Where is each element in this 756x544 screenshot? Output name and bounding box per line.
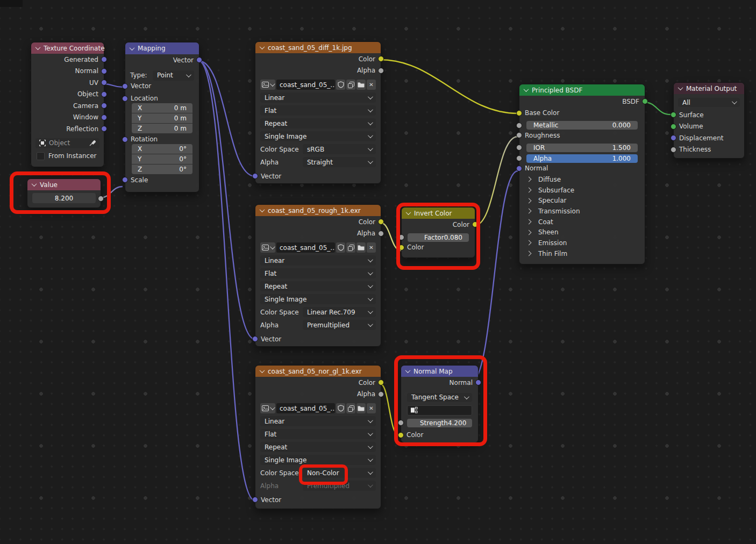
collapse-icon[interactable] — [405, 368, 411, 373]
socket-displacement-input[interactable] — [671, 135, 676, 141]
socket-color-input[interactable] — [398, 432, 404, 438]
alpha-mode-dropdown[interactable]: Premultiplied — [303, 481, 376, 491]
object-picker-field[interactable]: Object — [35, 138, 99, 148]
collapse-icon[interactable] — [260, 368, 265, 373]
socket-alpha-output[interactable] — [378, 68, 384, 74]
node-header[interactable]: Texture Coordinate — [31, 42, 104, 54]
panel-diffuse[interactable]: Diffuse — [519, 174, 645, 185]
fake-user-button[interactable] — [336, 403, 345, 413]
duplicate-button[interactable] — [346, 80, 355, 90]
extension-dropdown[interactable]: Repeat — [260, 118, 376, 128]
ior-slider[interactable]: IOR1.500 — [526, 144, 638, 152]
node-header[interactable]: coast_sand_05_diff_1k.jpg — [255, 42, 381, 53]
node-texture-coordinate[interactable]: Texture Coordinate Generated Normal UV O… — [31, 42, 104, 167]
node-header[interactable]: coast_sand_05_nor_gl_1k.exr — [255, 366, 381, 377]
projection-dropdown[interactable]: Flat — [260, 429, 376, 439]
mapping-type-dropdown[interactable]: Point — [153, 70, 194, 81]
collapse-icon[interactable] — [260, 44, 265, 49]
socket-alpha-output[interactable] — [378, 231, 384, 237]
socket-ior-input[interactable] — [516, 145, 522, 151]
socket-normal-input[interactable] — [516, 166, 522, 171]
socket-rotation-input[interactable] — [122, 137, 128, 142]
socket-object-output[interactable] — [101, 91, 107, 97]
node-mapping[interactable]: Mapping Vector Type: Point Vector Locati… — [125, 42, 199, 192]
socket-metallic-input[interactable] — [516, 123, 522, 128]
collapse-icon[interactable] — [32, 181, 37, 187]
socket-vector-input[interactable] — [252, 336, 258, 342]
eyedropper-icon[interactable] — [89, 140, 96, 146]
socket-surface-input[interactable] — [671, 112, 676, 118]
socket-factor-input[interactable] — [398, 234, 404, 240]
uv-map-field[interactable] — [407, 405, 472, 416]
metallic-slider[interactable]: Metallic0.000 — [526, 121, 638, 130]
collapse-icon[interactable] — [35, 45, 41, 50]
duplicate-button[interactable] — [346, 403, 355, 413]
socket-vector-input[interactable] — [122, 83, 128, 89]
source-dropdown[interactable]: Single Image — [260, 131, 376, 141]
socket-normal-output[interactable] — [101, 68, 107, 74]
projection-dropdown[interactable]: Flat — [260, 268, 376, 278]
rotation-x-field[interactable]: X0° — [132, 144, 192, 154]
socket-value-output[interactable] — [98, 196, 104, 202]
extension-dropdown[interactable]: Repeat — [260, 442, 376, 452]
space-dropdown[interactable]: Tangent Space — [407, 393, 472, 402]
interpolation-dropdown[interactable]: Linear — [260, 92, 376, 103]
collapse-icon[interactable] — [406, 210, 411, 215]
duplicate-button[interactable] — [346, 242, 355, 253]
node-material-output[interactable]: Material Output All Surface Volume Displ… — [673, 82, 745, 159]
node-header[interactable]: Mapping — [125, 42, 199, 54]
panel-emission[interactable]: Emission — [519, 238, 645, 248]
node-image-texture-rough[interactable]: coast_sand_05_rough_1k.exr Color Alpha c… — [255, 204, 381, 347]
image-name-field[interactable]: coast_sand_05_... — [276, 80, 335, 90]
color-space-dropdown[interactable]: Non-Color — [303, 468, 376, 478]
strength-slider[interactable]: Strength4.200 — [407, 419, 472, 427]
socket-scale-input[interactable] — [122, 177, 128, 183]
from-instancer-checkbox[interactable] — [37, 152, 45, 160]
socket-volume-input[interactable] — [671, 124, 676, 130]
socket-strength-input[interactable] — [398, 420, 404, 426]
projection-dropdown[interactable]: Flat — [260, 105, 376, 116]
source-dropdown[interactable]: Single Image — [260, 455, 376, 465]
open-image-button[interactable] — [356, 403, 366, 413]
color-space-dropdown[interactable]: sRGB — [303, 144, 376, 154]
alpha-mode-dropdown[interactable]: Straight — [303, 157, 376, 167]
interpolation-dropdown[interactable]: Linear — [260, 255, 376, 266]
node-value[interactable]: Value 8.200 — [27, 178, 101, 208]
node-header[interactable]: coast_sand_05_rough_1k.exr — [255, 205, 381, 216]
collapse-icon[interactable] — [524, 87, 529, 92]
factor-slider[interactable]: Factor0.080 — [408, 233, 469, 242]
source-dropdown[interactable]: Single Image — [260, 294, 376, 304]
node-invert-color[interactable]: Invert Color Color Factor0.080 Color — [401, 207, 475, 258]
socket-window-output[interactable] — [101, 114, 107, 120]
image-datablock-button[interactable] — [260, 242, 275, 253]
socket-base-color-input[interactable] — [516, 110, 522, 116]
panel-specular[interactable]: Specular — [519, 195, 645, 206]
location-x-field[interactable]: X0 m — [132, 103, 192, 113]
extension-dropdown[interactable]: Repeat — [260, 281, 376, 291]
open-image-button[interactable] — [356, 242, 366, 253]
node-normal-map[interactable]: Normal Map Normal Tangent Space Strength… — [401, 365, 479, 443]
socket-thickness-input[interactable] — [671, 147, 676, 153]
socket-roughness-input[interactable] — [516, 132, 522, 138]
panel-subsurface[interactable]: Subsurface — [519, 185, 645, 196]
target-dropdown[interactable]: All — [678, 98, 740, 107]
panel-thin-film[interactable]: Thin Film — [519, 248, 645, 259]
socket-vector-input[interactable] — [252, 173, 258, 179]
color-space-dropdown[interactable]: Linear Rec.709 — [303, 307, 376, 317]
node-header[interactable]: Principled BSDF — [519, 84, 645, 96]
unlink-button[interactable]: ✕ — [367, 80, 376, 90]
image-datablock-button[interactable] — [260, 80, 275, 90]
image-name-field[interactable]: coast_sand_05_... — [276, 242, 335, 253]
fake-user-button[interactable] — [336, 242, 345, 253]
node-header[interactable]: Value — [27, 179, 101, 190]
location-z-field[interactable]: Z0 m — [132, 124, 192, 133]
socket-alpha-input[interactable] — [516, 155, 522, 161]
node-image-texture-diff[interactable]: coast_sand_05_diff_1k.jpg Color Alpha co… — [255, 41, 381, 184]
unlink-button[interactable]: ✕ — [367, 403, 376, 413]
socket-location-input[interactable] — [122, 96, 128, 102]
collapse-icon[interactable] — [260, 207, 265, 212]
rotation-y-field[interactable]: Y0° — [132, 154, 192, 164]
image-name-field[interactable]: coast_sand_05_... — [276, 403, 335, 413]
node-image-texture-normal[interactable]: coast_sand_05_nor_gl_1k.exr Color Alpha … — [255, 365, 381, 509]
panel-coat[interactable]: Coat — [519, 217, 645, 227]
